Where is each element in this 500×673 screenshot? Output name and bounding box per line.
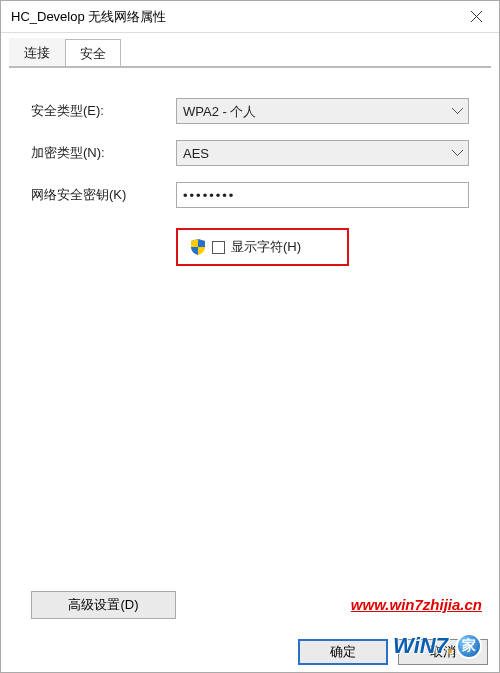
tab-connect[interactable]: 连接 bbox=[9, 38, 65, 67]
show-chars-label: 显示字符(H) bbox=[231, 238, 301, 256]
titlebar: HC_Develop 无线网络属性 bbox=[1, 1, 499, 33]
window-title: HC_Develop 无线网络属性 bbox=[11, 8, 453, 26]
security-type-label: 安全类型(E): bbox=[31, 102, 176, 120]
security-type-row: 安全类型(E): WPA2 - 个人 bbox=[31, 98, 469, 124]
show-chars-checkbox[interactable] bbox=[212, 241, 225, 254]
close-button[interactable] bbox=[453, 1, 499, 33]
logo-ball-icon: 家 bbox=[456, 633, 482, 659]
tab-content: 安全类型(E): WPA2 - 个人 加密类型(N): AES 网络安全密钥(K… bbox=[9, 67, 491, 672]
tabs-bar: 连接 安全 bbox=[1, 33, 499, 67]
show-chars-highlight: 显示字符(H) bbox=[176, 228, 349, 266]
logo-text: WiN7. bbox=[393, 633, 454, 659]
network-key-input[interactable] bbox=[176, 182, 469, 208]
dialog-window: HC_Develop 无线网络属性 连接 安全 安全类型(E): WPA2 - … bbox=[0, 0, 500, 673]
ok-button[interactable]: 确定 bbox=[298, 639, 388, 665]
advanced-settings-button[interactable]: 高级设置(D) bbox=[31, 591, 176, 619]
encryption-type-label: 加密类型(N): bbox=[31, 144, 176, 162]
network-key-label: 网络安全密钥(K) bbox=[31, 186, 176, 204]
watermark-url: www.win7zhijia.cn bbox=[351, 596, 482, 613]
tab-security[interactable]: 安全 bbox=[65, 39, 121, 68]
close-icon bbox=[471, 11, 482, 22]
encryption-type-row: 加密类型(N): AES bbox=[31, 140, 469, 166]
encryption-type-select[interactable]: AES bbox=[176, 140, 469, 166]
shield-icon bbox=[190, 239, 206, 255]
network-key-row: 网络安全密钥(K) bbox=[31, 182, 469, 208]
site-logo: WiN7. 家 bbox=[393, 633, 482, 659]
security-type-select[interactable]: WPA2 - 个人 bbox=[176, 98, 469, 124]
